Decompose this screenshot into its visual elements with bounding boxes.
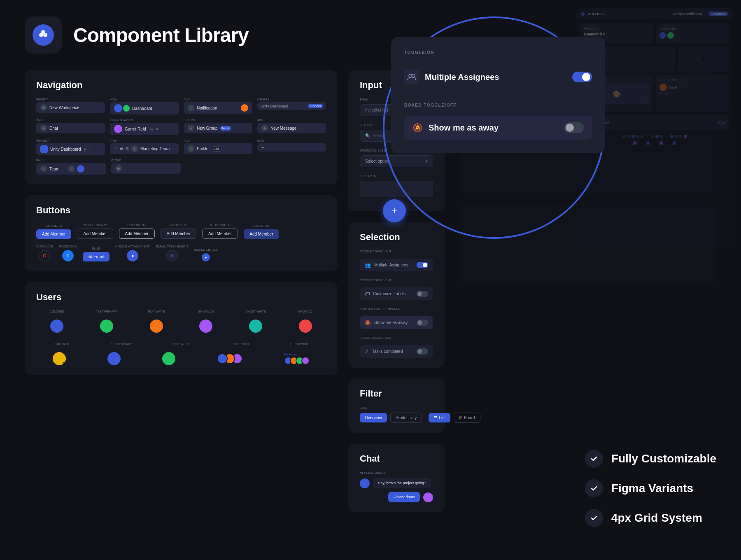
toggle-on-switch[interactable] <box>572 72 592 82</box>
buttons-title: Buttons <box>36 205 326 216</box>
user-avatar-yellow <box>53 352 66 365</box>
nav-notif-avatar <box>241 104 248 112</box>
rsp-badge: Completed <box>709 12 728 16</box>
feature-item-2: Figma Variants <box>585 479 716 497</box>
chat-section: Chat MESSAGE BUBBLE Hey, how's the proje… <box>348 443 445 512</box>
assignees-modal-icon <box>404 70 419 84</box>
filter-tabs: Overview Productivity ☰List ⊞Board <box>360 413 433 423</box>
feature-item-3: 4px Grid System <box>585 509 716 527</box>
user-avatar-red <box>299 320 312 333</box>
chat-avatar <box>360 478 370 488</box>
check-icon-3 <box>585 509 603 527</box>
rsp-project-label: PROJECT <box>588 12 606 16</box>
feature-text-1: Fully Customizable <box>611 452 716 465</box>
logo-box <box>25 16 62 54</box>
user-avatar-blue <box>50 320 63 333</box>
nav-setting-icon[interactable]: + <box>188 125 194 131</box>
chat-title: Chat <box>360 453 433 464</box>
marketing-group: Marketing <box>284 353 310 365</box>
nav-add2-icon[interactable]: + <box>188 145 194 152</box>
feature-text-3: 4px Grid System <box>611 511 702 525</box>
add-member-text-primary[interactable]: Add Member <box>77 229 113 239</box>
boxed-toggle-row: 🔕 Show me as away <box>404 116 592 140</box>
nav-avatar <box>114 104 122 112</box>
user-avatar-orange <box>150 320 163 333</box>
email-btn[interactable]: ✉Email <box>83 252 110 261</box>
nav-plus-icon[interactable]: + <box>40 104 47 111</box>
user-avatar-green <box>100 320 113 333</box>
productivity-filter-btn[interactable]: Productivity <box>390 413 422 423</box>
assignees-toggle-row: 👥 Multiple Assignees <box>360 259 433 271</box>
nav-avatar-2 <box>123 105 130 112</box>
toggle-item-label: Multiple Assignees <box>425 72 499 82</box>
nav-team-icon[interactable]: + <box>40 166 47 172</box>
circular-icon-btn[interactable]: G <box>39 250 50 261</box>
add-member-ghost[interactable]: Add Member <box>161 229 196 239</box>
chat-bubble: Hey, how's the project going? <box>373 478 431 488</box>
user-avatar-purple <box>199 320 212 333</box>
feature-text-2: Figma Variants <box>611 482 693 495</box>
filter-section: Filter TABS Overview Productivity ☰List … <box>348 378 445 433</box>
team-avatar <box>77 165 84 173</box>
toggle-on-row: Multiple Assignees <box>404 63 592 91</box>
add-member-ghost-white[interactable]: Add Member <box>202 229 238 239</box>
check-icon-2 <box>585 479 603 497</box>
nav-add3-icon[interactable]: + <box>68 166 75 172</box>
svg-point-2 <box>41 30 45 34</box>
boxed-toggle-off-label: BOXED TOGGLE/OFF <box>404 103 592 107</box>
facebook-btn[interactable]: f <box>62 250 74 261</box>
users-title: Users <box>36 292 326 303</box>
add-member-text-white[interactable]: Add Member <box>119 229 155 239</box>
rsp-project-name: Unity Dashboard <box>673 12 702 16</box>
boxed-toggle-switch[interactable] <box>564 122 584 133</box>
users-section: Users COLORED TEXT PRIMARY TEXT WHITE GH… <box>25 282 338 375</box>
dot-icon <box>581 12 585 16</box>
check-icon-1 <box>585 450 603 468</box>
features-list: Fully Customizable Figma Variants 4px Gr… <box>585 450 716 527</box>
email-attachment-btn[interactable]: @ <box>166 250 178 261</box>
filter-title: Filter <box>360 388 433 399</box>
fab-add-button[interactable]: + <box>383 199 406 222</box>
nav-cloud-icon[interactable]: + <box>115 165 122 172</box>
proj-icon <box>40 145 48 153</box>
tasks-toggle-row: ✓ Tasks completed <box>360 345 433 358</box>
nav-task-icon[interactable]: + <box>131 145 138 152</box>
tasks-toggle[interactable] <box>417 348 428 355</box>
assignees-toggle[interactable] <box>417 262 428 268</box>
selection-section: Selection TOGGLE COMPONENT 👥 Multiple As… <box>348 222 445 368</box>
boxed-item-label: Show me as away <box>429 123 499 133</box>
user-avatar-teal <box>249 320 262 333</box>
modal-overlay: TOGGLE/ON Multiple Assignees BOXED TOGGL… <box>387 21 601 235</box>
nav-add-icon[interactable]: + <box>188 105 194 111</box>
add-member-colored[interactable]: Add Member <box>36 229 71 239</box>
user-avatar-green2 <box>162 352 175 365</box>
buttons-section: Buttons COLORED Add Member TEXT PRIMARY … <box>25 195 338 271</box>
labels-toggle[interactable] <box>417 291 428 297</box>
toggle-on-label: TOGGLE/ON <box>404 50 592 55</box>
conv-avatar <box>114 125 122 133</box>
away-modal-icon: 🔕 <box>412 123 423 133</box>
nav-msg-icon[interactable]: + <box>261 125 268 131</box>
page-title: Component Library <box>73 24 249 47</box>
navigation-title: Navigation <box>36 80 326 91</box>
attachment-btn[interactable]: ● <box>127 250 138 261</box>
chat-bubble-reply: Almost done! <box>388 492 420 502</box>
chat-avatar-reply <box>423 492 433 502</box>
modal-content: TOGGLE/ON Multiple Assignees BOXED TOGGL… <box>391 37 605 153</box>
labels-toggle-row: 🏷 Customize Labels <box>360 287 433 300</box>
avatar-stack <box>217 353 242 364</box>
feature-item-1: Fully Customizable <box>585 450 716 468</box>
small-circle-btn[interactable]: ● <box>202 253 210 261</box>
logo-icon <box>33 24 54 46</box>
navigation-section: Navigation RECENT + New Workspace VIEW <box>25 70 338 184</box>
add-member-ghost25[interactable]: Add Member <box>244 229 279 239</box>
away-toggle[interactable] <box>417 320 428 326</box>
user-avatar-blue2 <box>107 352 121 365</box>
away-toggle-row: 🔕 Show me as away <box>360 316 433 329</box>
nav-tab-icon[interactable]: + <box>40 125 47 131</box>
overview-filter-btn[interactable]: Overview <box>360 413 387 422</box>
